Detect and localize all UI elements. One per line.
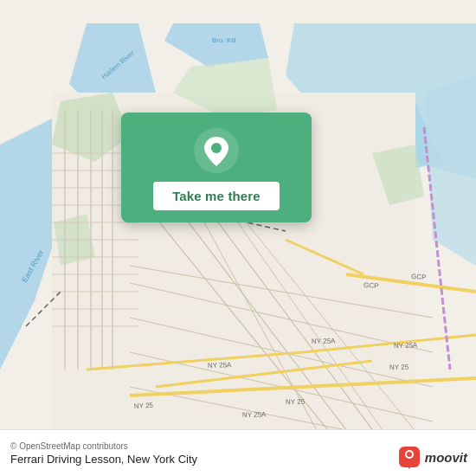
moovit-icon [397, 445, 421, 469]
popup-card[interactable]: Take me there [121, 113, 312, 222]
svg-text:GCP: GCP [411, 273, 427, 281]
svg-text:NY 25: NY 25 [286, 398, 306, 406]
svg-marker-5 [424, 75, 476, 266]
map-svg: NY 25 NY 25A NY 25A NY 25 NY 25A GCP GCP… [0, 0, 476, 476]
bottom-bar: © OpenStreetMap contributors Ferrari Dri… [0, 429, 476, 476]
svg-text:NY 25A: NY 25A [312, 338, 336, 345]
location-pin-icon [194, 128, 239, 173]
map-container: NY 25 NY 25A NY 25A NY 25 NY 25A GCP GCP… [0, 0, 476, 476]
moovit-text: moovit [425, 450, 467, 465]
moovit-logo: moovit [397, 445, 467, 469]
svg-text:NY 25: NY 25 [389, 363, 409, 371]
svg-text:NY 25: NY 25 [134, 402, 154, 410]
svg-text:NY 25A: NY 25A [394, 342, 418, 350]
svg-text:NY 25A: NY 25A [242, 411, 267, 419]
svg-point-64 [407, 452, 412, 457]
svg-text:GCP: GCP [363, 281, 379, 290]
take-me-there-button[interactable]: Take me there [153, 182, 280, 210]
svg-point-60 [211, 143, 222, 153]
svg-text:NY 25A: NY 25A [208, 361, 232, 370]
svg-text:Bro. Kill: Bro. Kill [212, 36, 236, 44]
